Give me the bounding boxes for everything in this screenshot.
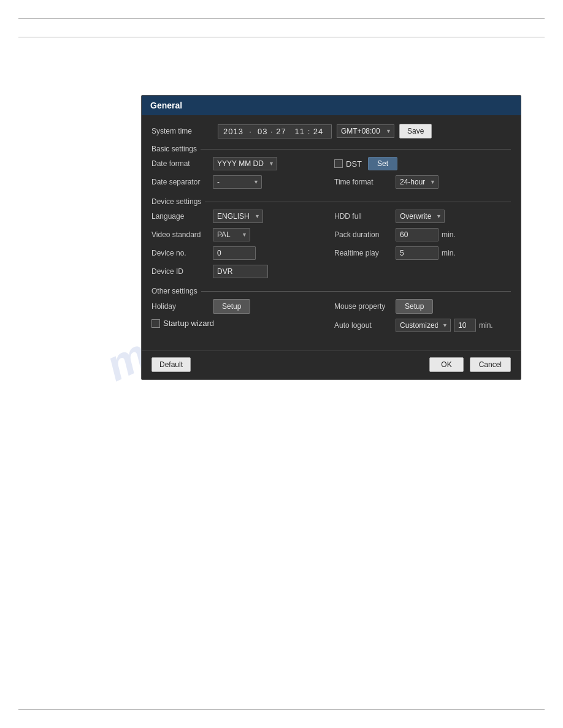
gmt-select[interactable]: GMT+08:00 GMT+00:00 GMT+01:00 (337, 124, 394, 138)
auto-logout-label: Auto logout (334, 321, 396, 330)
dialog-wrapper: General System time GMT+08:00 GMT+00:00 … (141, 95, 521, 380)
realtime-play-row: Realtime play min. (334, 246, 511, 260)
startup-wizard-wrap: Startup wizard (151, 319, 214, 328)
system-time-input[interactable] (218, 124, 332, 138)
device-settings-right: HDD full Overwrite Stop Pack duration mi… (328, 210, 511, 283)
holiday-setup-button[interactable]: Setup (213, 299, 250, 314)
device-no-row: Device no. (151, 246, 328, 260)
dialog-footer: Default OK Cancel (142, 351, 521, 379)
date-format-select[interactable]: YYYY MM DD MM DD YYYY DD MM YYYY (213, 157, 277, 170)
time-format-row: Time format 24-hour 12-hour (334, 175, 511, 189)
device-id-label: Device ID (151, 267, 213, 276)
dst-label: DST (346, 159, 362, 169)
dialog-body: System time GMT+08:00 GMT+00:00 GMT+01:0… (142, 115, 521, 347)
date-separator-wrapper: - / . (213, 175, 262, 189)
device-settings-content: Language ENGLISH CHINESE FRENCH Video st… (151, 210, 511, 283)
auto-logout-row: Auto logout Customized Never 1 min 5 min… (334, 319, 511, 332)
pack-duration-row: Pack duration min. (334, 228, 511, 241)
holiday-label: Holiday (151, 302, 213, 311)
cancel-button[interactable]: Cancel (470, 357, 511, 372)
bottom-divider (18, 709, 545, 710)
other-settings-section: Other settings (151, 287, 511, 295)
date-separator-label: Date separator (151, 178, 213, 186)
mouse-property-setup-button[interactable]: Setup (396, 299, 433, 314)
basic-settings-section: Basic settings (151, 145, 511, 153)
realtime-play-unit: min. (442, 249, 456, 257)
startup-wizard-row: Startup wizard (151, 319, 328, 328)
device-settings-left: Language ENGLISH CHINESE FRENCH Video st… (151, 210, 328, 283)
dst-row: DST Set (334, 157, 511, 170)
device-id-input[interactable] (213, 265, 268, 278)
pack-duration-unit: min. (442, 230, 456, 239)
pack-duration-label: Pack duration (334, 230, 396, 239)
holiday-row: Holiday Setup (151, 299, 328, 314)
language-label: Language (151, 212, 213, 221)
footer-right-buttons: OK Cancel (429, 357, 511, 372)
dst-checkbox-wrap: DST (334, 159, 362, 169)
dst-checkbox[interactable] (334, 159, 343, 168)
language-wrapper: ENGLISH CHINESE FRENCH (213, 210, 263, 223)
hdd-full-label: HDD full (334, 212, 396, 221)
second-divider (18, 37, 545, 37)
save-button[interactable]: Save (399, 124, 432, 138)
gmt-wrapper: GMT+08:00 GMT+00:00 GMT+01:00 (337, 124, 394, 138)
time-format-select[interactable]: 24-hour 12-hour (396, 175, 439, 189)
language-row: Language ENGLISH CHINESE FRENCH (151, 210, 328, 223)
realtime-play-input[interactable] (396, 246, 439, 260)
basic-settings-left: Date format YYYY MM DD MM DD YYYY DD MM … (151, 157, 328, 194)
other-settings-right: Mouse property Setup Auto logout Customi… (328, 299, 511, 337)
ok-button[interactable]: OK (429, 357, 463, 372)
hdd-full-row: HDD full Overwrite Stop (334, 210, 511, 223)
video-standard-wrapper: PAL NTSC (213, 228, 250, 241)
date-separator-row: Date separator - / . (151, 175, 328, 189)
date-format-label: Date format (151, 159, 213, 168)
video-standard-label: Video standard (151, 230, 213, 239)
realtime-play-label: Realtime play (334, 249, 396, 257)
startup-wizard-checkbox[interactable] (151, 319, 160, 328)
mouse-property-label: Mouse property (334, 302, 396, 311)
date-format-wrapper: YYYY MM DD MM DD YYYY DD MM YYYY (213, 157, 277, 170)
pack-duration-input[interactable] (396, 228, 439, 241)
system-time-label: System time (151, 127, 213, 135)
device-settings-section: Device settings (151, 197, 511, 206)
device-id-row: Device ID (151, 265, 328, 278)
startup-wizard-label: Startup wizard (163, 319, 214, 328)
date-format-row: Date format YYYY MM DD MM DD YYYY DD MM … (151, 157, 328, 170)
hdd-full-wrapper: Overwrite Stop (396, 210, 445, 223)
default-button[interactable]: Default (151, 357, 191, 372)
dialog-header: General (142, 96, 521, 115)
auto-logout-select[interactable]: Customized Never 1 min 5 min (396, 319, 451, 332)
auto-logout-value-input[interactable] (454, 319, 476, 332)
auto-logout-wrapper: Customized Never 1 min 5 min (396, 319, 451, 332)
top-divider (18, 18, 545, 19)
auto-logout-unit: min. (479, 321, 493, 330)
language-select[interactable]: ENGLISH CHINESE FRENCH (213, 210, 263, 223)
time-format-wrapper: 24-hour 12-hour (396, 175, 439, 189)
other-settings-content: Holiday Setup Startup wizard Mouse prope… (151, 299, 511, 337)
dst-set-button[interactable]: Set (368, 157, 397, 170)
video-standard-select[interactable]: PAL NTSC (213, 228, 250, 241)
device-no-input[interactable] (213, 246, 256, 260)
time-format-label: Time format (334, 178, 396, 186)
device-no-label: Device no. (151, 249, 213, 257)
general-dialog: General System time GMT+08:00 GMT+00:00 … (141, 95, 521, 380)
basic-settings-right: DST Set Time format 24-hour 12-hour (328, 157, 511, 194)
dialog-title: General (150, 100, 182, 110)
system-time-row: System time GMT+08:00 GMT+00:00 GMT+01:0… (151, 124, 511, 138)
video-standard-row: Video standard PAL NTSC (151, 228, 328, 241)
basic-settings-content: Date format YYYY MM DD MM DD YYYY DD MM … (151, 157, 511, 194)
hdd-full-select[interactable]: Overwrite Stop (396, 210, 445, 223)
date-separator-select[interactable]: - / . (213, 175, 262, 189)
other-settings-left: Holiday Setup Startup wizard (151, 299, 328, 337)
mouse-property-row: Mouse property Setup (334, 299, 511, 314)
